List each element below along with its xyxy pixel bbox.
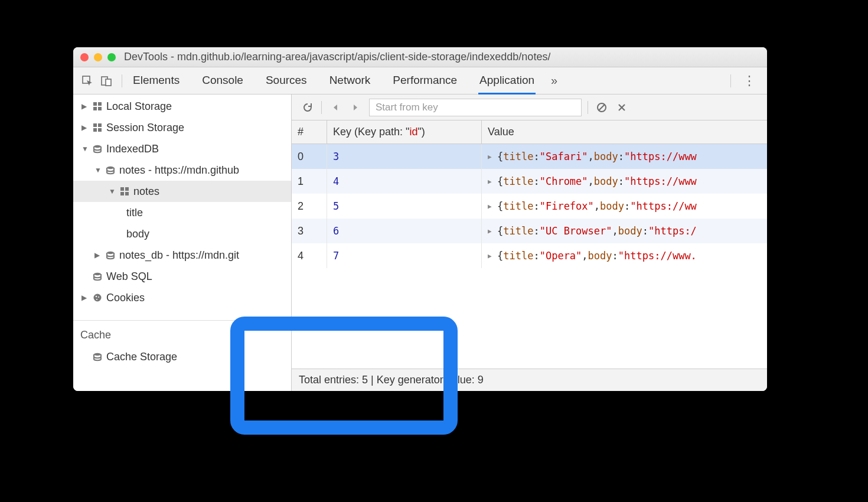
separator [122,74,122,87]
table-row[interactable]: 25▶{title: "Firefox", body: "https://ww [292,194,767,219]
application-sidebar: ▶ Local Storage ▶ Session Storage ▼ Inde… [73,94,292,391]
svg-rect-14 [125,187,129,191]
database-icon [91,144,104,154]
sidebar-item-db-notesdb[interactable]: ▶ notes_db - https://mdn.git [73,245,291,266]
devtools-tabbar: Elements Console Sources Network Perform… [73,67,767,94]
table-row[interactable]: 47▶{title: "Opera", body: "https://www. [292,243,767,268]
sidebar-label: Session Storage [106,122,184,134]
svg-point-19 [94,294,102,302]
sidebar-label: title [126,207,143,219]
sidebar-label: body [126,228,149,240]
expand-icon[interactable]: ▶ [488,178,496,185]
close-icon[interactable] [80,53,89,61]
sidebar-item-index-title[interactable]: title [73,202,291,223]
svg-rect-4 [98,102,102,106]
cell-key: 4 [327,169,482,194]
cell-key: 3 [327,144,482,169]
tab-performance[interactable]: Performance [391,68,458,94]
svg-point-12 [107,167,114,169]
table-row[interactable]: 14▶{title: "Chrome", body: "https://www [292,169,767,194]
table-body: 03▶{title: "Safari", body: "https://www1… [292,144,767,369]
traffic-lights [80,53,116,61]
devtools-window: DevTools - mdn.github.io/learning-area/j… [73,47,767,391]
tab-application[interactable]: Application [478,68,536,94]
svg-line-25 [599,105,605,110]
svg-point-11 [94,145,101,148]
titlebar: DevTools - mdn.github.io/learning-area/j… [73,47,767,67]
svg-rect-16 [125,192,129,195]
cell-index: 4 [292,243,327,268]
database-icon [91,352,104,361]
svg-point-20 [96,296,97,298]
status-text: Total entries: 5 | Key generator value: … [299,374,484,386]
svg-rect-9 [93,128,97,132]
sidebar-item-indexeddb[interactable]: ▼ IndexedDB [73,138,291,159]
minimize-icon[interactable] [94,53,102,61]
cell-index: 1 [292,169,327,194]
sidebar-label: notes - https://mdn.github [119,164,239,177]
svg-rect-8 [98,123,102,127]
expand-icon[interactable]: ▶ [488,153,496,161]
refresh-icon[interactable] [298,98,318,117]
sidebar-label: notes [133,185,159,198]
sidebar-item-session-storage[interactable]: ▶ Session Storage [73,117,291,138]
expand-icon[interactable]: ▶ [488,252,496,260]
next-page-icon[interactable] [345,98,366,117]
svg-rect-3 [93,102,97,106]
svg-point-23 [94,353,101,356]
svg-point-18 [94,273,101,275]
inspect-icon[interactable] [80,74,94,88]
device-toggle-icon[interactable] [99,74,113,88]
col-value[interactable]: Value [482,120,767,144]
clear-store-icon[interactable] [592,98,612,117]
tab-sources[interactable]: Sources [265,68,308,94]
sidebar-item-cookies[interactable]: ▶ Cookies [73,287,291,308]
cell-index: 3 [292,219,327,243]
sidebar-label: Local Storage [106,100,172,113]
tab-strip: Elements Console Sources Network Perform… [132,68,536,94]
sidebar-label: Cache Storage [106,351,177,363]
cookie-icon [91,293,104,302]
more-icon[interactable]: ⋮ [737,73,762,89]
table-row[interactable]: 03▶{title: "Safari", body: "https://www [292,144,767,169]
sidebar-label: Cookies [106,292,145,304]
col-key[interactable]: Key (Key path: "id") [327,120,482,144]
storage-icon [118,187,131,196]
sidebar-item-db-notes[interactable]: ▼ notes - https://mdn.github [73,159,291,181]
database-icon [104,165,117,175]
sidebar-item-index-body[interactable]: body [73,223,291,245]
delete-selected-icon[interactable] [612,98,632,117]
svg-rect-13 [120,187,124,191]
sidebar-label: Web SQL [106,270,152,283]
key-search-input[interactable] [369,99,582,116]
prev-page-icon[interactable] [325,98,345,117]
database-icon [91,272,104,281]
sidebar-item-cache-storage[interactable]: ▶ Cache Storage [73,346,291,367]
sidebar-label: notes_db - https://mdn.git [119,249,239,262]
tab-elements[interactable]: Elements [132,68,181,94]
svg-rect-10 [98,128,102,132]
cell-value: ▶{title: "Opera", body: "https://www. [482,243,767,268]
tabs-overflow-icon[interactable]: » [551,74,557,87]
tab-network[interactable]: Network [328,68,372,94]
cell-key: 6 [327,219,482,243]
svg-point-22 [96,299,97,300]
col-index[interactable]: # [292,120,327,144]
sidebar-item-websql[interactable]: ▶ Web SQL [73,266,291,287]
sidebar-item-store-notes[interactable]: ▼ notes [73,181,291,202]
svg-rect-6 [98,107,102,110]
svg-rect-5 [93,107,97,110]
svg-point-21 [98,296,99,298]
objectstore-toolbar [292,94,767,120]
window-title: DevTools - mdn.github.io/learning-area/j… [124,51,550,63]
expand-icon[interactable]: ▶ [488,203,496,210]
table-header: # Key (Key path: "id") Value [292,120,767,144]
zoom-icon[interactable] [107,53,116,61]
status-bar: Total entries: 5 | Key generator value: … [292,369,767,391]
cell-value: ▶{title: "Safari", body: "https://www [482,144,767,169]
storage-icon [91,102,104,111]
sidebar-item-local-storage[interactable]: ▶ Local Storage [73,96,291,117]
table-row[interactable]: 36▶{title: "UC Browser", body: "https:/ [292,219,767,243]
tab-console[interactable]: Console [201,68,244,94]
expand-icon[interactable]: ▶ [488,227,496,235]
